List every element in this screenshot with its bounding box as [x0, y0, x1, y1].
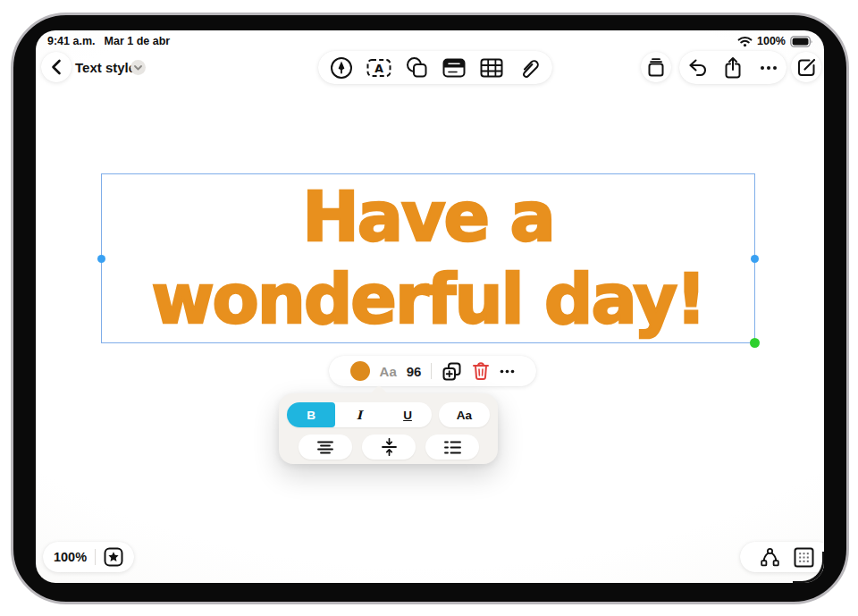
- board-text-line1: Have a: [302, 176, 554, 258]
- connector-icon: [759, 547, 781, 568]
- screen-corner-arc: [793, 552, 824, 583]
- actions-toolbar: [679, 51, 786, 84]
- font-size-button[interactable]: 96: [407, 364, 422, 379]
- page-title: Text style: [75, 52, 136, 82]
- resize-handle-left[interactable]: [97, 255, 105, 263]
- trash-icon: [472, 361, 490, 381]
- list-icon: [444, 441, 461, 454]
- sticky-note-tool-button[interactable]: [436, 52, 472, 84]
- font-style-button[interactable]: Aa: [380, 364, 397, 379]
- more-icon: [760, 65, 778, 71]
- context-toolbar: Aa 96: [329, 356, 536, 386]
- text-tool-button[interactable]: A: [361, 52, 397, 84]
- font-picker-button[interactable]: Aa: [439, 402, 490, 427]
- sticky-note-icon: [442, 58, 466, 78]
- text-box-icon: A: [366, 58, 391, 78]
- favorites-button[interactable]: [104, 547, 123, 567]
- delete-button[interactable]: [472, 361, 490, 381]
- more-button[interactable]: [752, 52, 786, 84]
- ipad-frame: 9:41 a.m. Mar 1 de abr 100%: [11, 13, 849, 604]
- battery-percent: 100%: [757, 35, 786, 47]
- chevron-down-icon: [134, 65, 142, 71]
- underline-button[interactable]: U: [383, 402, 432, 427]
- resize-handle-right[interactable]: [751, 255, 759, 263]
- more-icon: [500, 369, 515, 374]
- svg-text:A: A: [374, 62, 383, 75]
- board-text-line2: wonderful day!: [151, 258, 704, 341]
- compose-icon: [796, 57, 817, 78]
- share-icon: [723, 56, 743, 80]
- color-swatch[interactable]: [350, 361, 370, 381]
- attachment-icon: [518, 56, 540, 79]
- status-time: 9:41 a.m.: [47, 35, 96, 47]
- draw-tool-button[interactable]: [324, 52, 359, 84]
- divider: [431, 363, 432, 379]
- connector-button[interactable]: [759, 547, 781, 568]
- table-tool-button[interactable]: [474, 52, 509, 84]
- boards-button[interactable]: [641, 52, 671, 82]
- italic-button[interactable]: I: [335, 402, 383, 427]
- status-bar: 9:41 a.m. Mar 1 de abr 100%: [36, 35, 824, 49]
- context-more-button[interactable]: [500, 369, 515, 374]
- align-center-icon: [317, 441, 333, 454]
- bold-button[interactable]: B: [287, 402, 335, 427]
- boards-icon: [646, 57, 666, 77]
- vertical-align-button[interactable]: [362, 435, 416, 460]
- zoom-controls: 100%: [43, 542, 134, 572]
- duplicate-icon: [442, 361, 462, 382]
- page: 9:41 a.m. Mar 1 de abr 100%: [0, 0, 858, 616]
- table-icon: [480, 58, 503, 78]
- share-button[interactable]: [716, 52, 750, 84]
- new-board-button[interactable]: [791, 52, 821, 82]
- selected-text-object[interactable]: Have a wonderful day!: [101, 173, 755, 343]
- shapes-tool-button[interactable]: [399, 52, 434, 84]
- scale-handle-corner[interactable]: [750, 338, 760, 348]
- insert-toolbar: A: [318, 51, 552, 84]
- divider: [95, 549, 96, 565]
- draw-icon: [330, 56, 353, 80]
- title-menu-button[interactable]: [130, 60, 146, 75]
- back-icon: [51, 59, 62, 75]
- undo-icon: [687, 58, 708, 77]
- align-button[interactable]: [299, 435, 352, 460]
- battery-icon: [790, 36, 813, 47]
- style-segmented-control: B I U: [287, 402, 432, 427]
- list-button[interactable]: [425, 435, 479, 460]
- shapes-icon: [406, 56, 428, 79]
- attachment-tool-button[interactable]: [511, 52, 547, 84]
- status-date: Mar 1 de abr: [105, 35, 171, 47]
- zoom-level-button[interactable]: 100%: [54, 550, 87, 564]
- back-button[interactable]: [41, 52, 72, 82]
- duplicate-button[interactable]: [442, 361, 462, 382]
- text-style-popover: B I U Aa: [279, 393, 498, 464]
- freeform-screen: 9:41 a.m. Mar 1 de abr 100%: [36, 30, 824, 583]
- undo-button[interactable]: [681, 52, 715, 84]
- wifi-icon: [737, 36, 753, 47]
- favorite-icon: [104, 547, 123, 567]
- vertical-center-icon: [382, 438, 397, 456]
